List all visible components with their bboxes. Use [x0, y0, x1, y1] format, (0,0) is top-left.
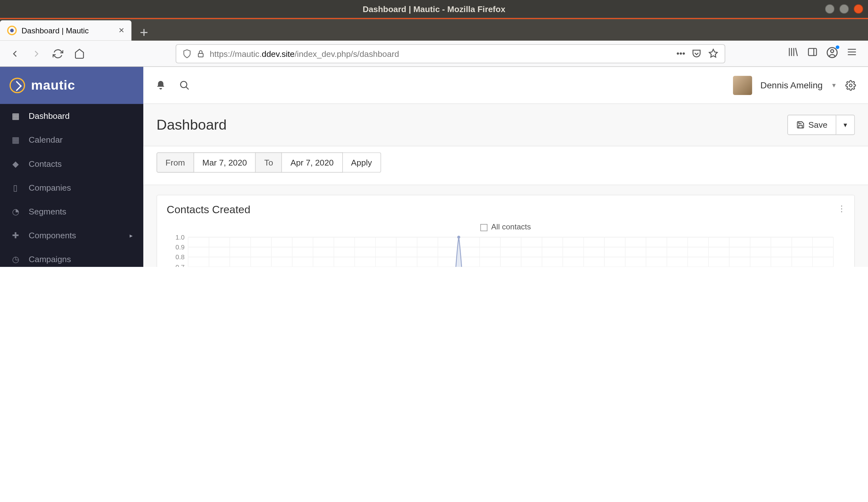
svg-point-5 — [849, 84, 852, 86]
apply-button[interactable]: Apply — [342, 152, 381, 173]
svg-point-4 — [180, 81, 187, 88]
gear-icon[interactable] — [846, 80, 856, 91]
browser-toolbar: https://mautic.ddev.site/index_dev.php/s… — [0, 41, 868, 67]
page-header: Dashboard Save ▼ — [143, 104, 868, 146]
panel-contacts-created: Contacts Created ⋮ All contacts 0.00.10.… — [157, 195, 855, 267]
shield-icon — [182, 49, 192, 58]
save-label: Save — [808, 120, 827, 130]
sidebar-item-calendar[interactable]: ▦Calendar — [0, 128, 143, 152]
svg-text:1.0: 1.0 — [175, 235, 185, 241]
building-icon: ▯ — [11, 183, 20, 192]
mautic-logo-icon — [10, 78, 25, 93]
back-button[interactable] — [6, 44, 24, 62]
from-label: From — [157, 152, 194, 173]
forward-button[interactable] — [27, 44, 45, 62]
url-text: https://mautic.ddev.site/index_dev.php/s… — [210, 49, 399, 58]
from-date-input[interactable]: Mar 7, 2020 — [194, 152, 256, 173]
chevron-right-icon: ▸ — [130, 232, 133, 239]
save-dropdown-button[interactable]: ▼ — [837, 115, 855, 135]
avatar[interactable] — [733, 75, 752, 95]
page-title: Dashboard — [157, 116, 227, 133]
library-icon[interactable] — [788, 47, 799, 58]
close-icon[interactable] — [854, 4, 863, 14]
sidebar-item-label: Contacts — [29, 159, 62, 168]
os-titlebar: Dashboard | Mautic - Mozilla Firefox — [0, 0, 868, 18]
sidebar-item-label: Components — [29, 230, 76, 240]
legend-box-icon — [480, 224, 488, 231]
sidebar-item-components[interactable]: ✚Components▸ — [0, 223, 143, 247]
svg-point-73 — [457, 236, 460, 239]
sidebar-icon[interactable] — [807, 47, 818, 58]
tab-close-icon[interactable]: × — [119, 26, 125, 35]
svg-rect-1 — [808, 48, 816, 55]
brand-name: mautic — [31, 78, 75, 93]
home-button[interactable] — [71, 44, 88, 62]
url-bar[interactable]: https://mautic.ddev.site/index_dev.php/s… — [176, 44, 725, 63]
sidebar-item-dashboard[interactable]: ▦Dashboard — [0, 104, 143, 128]
page-actions-icon[interactable]: ••• — [676, 48, 685, 59]
brand-logo[interactable]: mautic — [0, 67, 143, 104]
chevron-down-icon: ▼ — [842, 122, 848, 129]
sidebar-item-companies[interactable]: ▯Companies — [0, 176, 143, 199]
window-title: Dashboard | Mautic - Mozilla Firefox — [362, 4, 505, 14]
legend-label: All contacts — [491, 222, 531, 231]
sidebar-item-label: Segments — [29, 207, 66, 216]
new-tab-button[interactable]: + — [132, 24, 157, 41]
tab-title: Dashboard | Mautic — [22, 26, 89, 35]
hamburger-menu-icon[interactable] — [846, 47, 857, 58]
puzzle-icon: ✚ — [11, 230, 20, 240]
topbar: Dennis Ameling ▼ — [143, 67, 868, 104]
browser-tabstrip: Dashboard | Mautic × + — [0, 18, 868, 40]
sidebar-item-label: Dashboard — [29, 111, 70, 121]
save-button[interactable]: Save — [787, 115, 836, 135]
svg-text:0.7: 0.7 — [175, 263, 185, 267]
to-label: To — [256, 152, 282, 173]
bookmark-star-icon[interactable] — [708, 48, 719, 59]
svg-point-3 — [830, 50, 833, 52]
panel-menu-icon[interactable]: ⋮ — [837, 204, 846, 213]
clock-icon: ◷ — [11, 255, 20, 264]
grid-icon: ▦ — [11, 111, 20, 121]
search-icon[interactable] — [179, 80, 190, 91]
browser-tab-active[interactable]: Dashboard | Mautic × — [0, 20, 132, 41]
pie-icon: ◔ — [11, 207, 20, 216]
sidebar-item-label: Calendar — [29, 135, 63, 145]
maximize-icon[interactable] — [839, 4, 849, 14]
floppy-icon — [796, 121, 805, 129]
lock-icon — [197, 49, 205, 58]
date-filter-bar: From Mar 7, 2020 To Apr 7, 2020 Apply — [143, 146, 868, 185]
pocket-icon[interactable] — [691, 48, 702, 59]
bell-icon[interactable] — [155, 80, 166, 91]
minimize-icon[interactable] — [825, 4, 835, 14]
user-dropdown-caret-icon[interactable]: ▼ — [831, 82, 837, 89]
panel-title: Contacts Created — [167, 204, 845, 216]
svg-text:0.8: 0.8 — [175, 253, 185, 260]
to-date-input[interactable]: Apr 7, 2020 — [282, 152, 343, 173]
sidebar-item-segments[interactable]: ◔Segments — [0, 199, 143, 223]
sidebar-item-contacts[interactable]: ◆Contacts — [0, 152, 143, 176]
sidebar-item-label: Campaigns — [29, 255, 71, 264]
svg-text:0.9: 0.9 — [175, 243, 185, 251]
chart-legend[interactable]: All contacts — [167, 222, 845, 231]
svg-rect-0 — [198, 53, 203, 57]
sidebar-item-campaigns[interactable]: ◷Campaigns — [0, 247, 143, 267]
user-icon: ◆ — [11, 159, 20, 168]
chart-contacts: 0.00.10.20.30.40.50.60.70.80.91.0Mar 7, … — [167, 235, 845, 267]
username[interactable]: Dennis Ameling — [760, 80, 823, 90]
favicon-icon — [7, 26, 17, 35]
account-icon[interactable] — [826, 47, 838, 60]
sidebar-item-label: Companies — [29, 183, 71, 192]
reload-button[interactable] — [49, 44, 67, 62]
calendar-icon: ▦ — [11, 135, 20, 145]
sidebar: mautic ▦Dashboard ▦Calendar ◆Contacts ▯C… — [0, 67, 143, 267]
